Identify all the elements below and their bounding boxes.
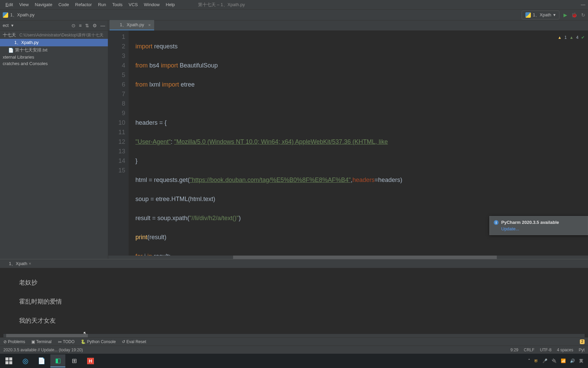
terminal-button[interactable]: ▣ Terminal — [31, 339, 51, 344]
run-icon[interactable]: ▶ — [564, 12, 567, 18]
menu-refactor[interactable]: Refactor — [72, 1, 95, 8]
close-icon[interactable]: × — [148, 22, 151, 28]
code-token: import — [135, 43, 152, 50]
breadcrumb: 1、Xpath.py — [3, 12, 35, 18]
code-token: BeautifulSoup — [178, 62, 218, 69]
scrollbar-thumb[interactable] — [233, 256, 497, 259]
weak-warning-icon: ▲ — [569, 33, 573, 42]
line-number: 3 — [108, 51, 125, 61]
text-file-icon: 📄 — [8, 48, 14, 53]
label: Problems — [8, 339, 25, 344]
code-token: "User-Agent" — [135, 138, 171, 145]
close-icon[interactable]: × — [29, 261, 31, 266]
edge-icon[interactable]: ◎ — [18, 354, 33, 367]
tool-window-bar: ⊘ Problems ▣ Terminal ≔ TODO 🐍 Python Co… — [0, 337, 588, 346]
menu-help[interactable]: Help — [163, 1, 178, 8]
run-config-selector[interactable]: 1、Xpath ▾ — [522, 11, 559, 19]
editor-tab-active[interactable]: 1、Xpath.py × — [110, 20, 154, 30]
indent[interactable]: 4 spaces — [557, 348, 573, 352]
python-console-button[interactable]: 🐍 Python Console — [81, 339, 116, 344]
code-token: from — [135, 62, 148, 69]
run-tab-active[interactable]: 1、Xpath × — [3, 261, 31, 267]
notification-title: PyCharm 2020.3.5 available — [501, 220, 559, 225]
expand-icon[interactable]: ≡ — [79, 23, 82, 28]
debug-icon[interactable]: 🐞 — [571, 12, 577, 18]
tree-external[interactable]: xternal Libraries — [0, 54, 108, 60]
system-tray: ˄ ⛨ 🎤 🔌 📶 🔊 英 — [528, 358, 587, 364]
recorder-icon[interactable]: ⊞ — [67, 354, 82, 367]
menu-run[interactable]: Run — [95, 1, 109, 8]
line-number: 2 — [108, 42, 125, 51]
editor-scrollbar[interactable] — [108, 256, 588, 259]
problems-button[interactable]: ⊘ Problems — [3, 339, 25, 344]
warning-icon: ▲ — [558, 33, 562, 42]
project-toolbar: ⊙ ≡ ⇅ ⚙ — — [71, 23, 105, 28]
menu-label: dit — [9, 2, 13, 7]
breadcrumb-file[interactable]: 1、Xpath.py — [10, 12, 35, 18]
tree-file-selected[interactable]: 1、Xpath.py — [0, 39, 108, 46]
tree-scratches[interactable]: cratches and Consoles — [0, 60, 108, 67]
inspection-badges[interactable]: ▲1 ▲4 ✔ — [558, 33, 585, 42]
menu-code[interactable]: Code — [56, 1, 72, 8]
code-token: requests — [152, 43, 178, 50]
python-file-icon — [3, 12, 8, 18]
line-number: 7 — [108, 89, 125, 99]
line-number: 14 — [108, 156, 125, 166]
gutter: 1 2 3 4 5 6 7 8 9 10 11 12 13 14 15 — [108, 31, 129, 256]
menu-navigate[interactable]: Navigate — [32, 1, 55, 8]
event-badge[interactable]: 2 — [580, 339, 585, 344]
target-icon[interactable]: ⊙ — [71, 23, 76, 28]
cursor-icon: ↖ — [83, 329, 87, 334]
code-token: import — [162, 81, 179, 88]
pycharm-icon[interactable]: ◧ — [50, 354, 65, 367]
editor-tabs: 1、Xpath.py × — [108, 20, 588, 31]
python-icon — [3, 261, 7, 266]
chevron-down-icon[interactable]: ▾ — [11, 23, 14, 28]
tray-chevron-icon[interactable]: ˄ — [528, 358, 530, 363]
project-tree[interactable]: 十七天 C:\Users\Administrator\Desktop\课件\第十… — [0, 31, 108, 259]
hbuilder-icon[interactable]: H — [83, 354, 98, 367]
tree-file[interactable]: 📄 第十七天安排.txt — [0, 46, 108, 54]
run-output[interactable]: 老奴抄 霍乱时期的爱情 我的天才女友 许三观卖血记 Process finish… — [0, 268, 588, 334]
code-token: etree — [179, 81, 195, 88]
menu-view[interactable]: View — [16, 1, 31, 8]
tray-mic-icon[interactable]: 🎤 — [542, 358, 548, 363]
menu-tools[interactable]: Tools — [110, 1, 125, 8]
gear-icon[interactable]: ⚙ — [93, 23, 97, 28]
caret-position[interactable]: 9:29 — [510, 348, 518, 352]
minimize-icon[interactable]: — — [581, 2, 585, 7]
menu-vcs[interactable]: VCS — [126, 1, 141, 8]
line-number: 9 — [108, 108, 125, 118]
output-line: 我的天才女友 — [3, 316, 585, 325]
notepad-icon[interactable]: 📄 — [34, 354, 49, 367]
start-button[interactable] — [1, 354, 16, 367]
code-token: in — [147, 253, 152, 256]
todo-button[interactable]: ≔ TODO — [58, 339, 75, 344]
update-notification[interactable]: i PyCharm 2020.3.5 available Update... — [489, 216, 588, 235]
interpreter[interactable]: Pyt — [579, 348, 585, 352]
label: Python Console — [87, 339, 116, 344]
scrollbar-thumb[interactable] — [6, 334, 88, 337]
status-message[interactable]: 2020.3.5 available // Update... (today 1… — [3, 348, 83, 352]
tray-power-icon[interactable]: 🔌 — [552, 358, 557, 363]
menu-edit[interactable]: Edit — [3, 1, 16, 8]
minimize-icon[interactable]: — — [100, 23, 105, 28]
update-link[interactable]: Update... — [501, 226, 584, 231]
check-icon: ✔ — [581, 33, 585, 42]
tray-shield-icon[interactable]: ⛨ — [534, 358, 538, 363]
tray-ime[interactable]: 英 — [579, 358, 583, 364]
line-separator[interactable]: CRLF — [524, 348, 534, 352]
stop-icon[interactable]: ↻ — [581, 12, 585, 18]
eval-reset-button[interactable]: ↺ Eval Reset — [122, 339, 146, 344]
taskbar: ◎ 📄 ◧ ⊞ H ˄ ⛨ 🎤 🔌 📶 🔊 英 — [0, 354, 588, 368]
window-title: 第十七天 – 1、Xpath.py — [198, 2, 245, 8]
tray-wifi-icon[interactable]: 📶 — [561, 358, 566, 363]
collapse-icon[interactable]: ⇅ — [85, 23, 89, 28]
tree-root[interactable]: 十七天 C:\Users\Administrator\Desktop\课件\第十… — [0, 31, 108, 39]
run-scrollbar[interactable] — [3, 334, 585, 337]
menu-window[interactable]: Window — [141, 1, 162, 8]
label: Terminal — [36, 339, 51, 344]
encoding[interactable]: UTF-8 — [540, 348, 552, 352]
output-line: 老奴抄 — [3, 278, 585, 287]
tray-volume-icon[interactable]: 🔊 — [570, 358, 575, 363]
